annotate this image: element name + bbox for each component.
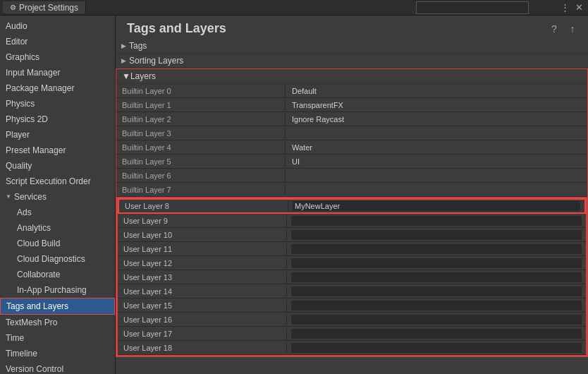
sidebar-item-collaborate[interactable]: Collaborate (0, 267, 115, 282)
user-layer-value-cell[interactable] (287, 243, 586, 255)
user-layer-value-cell[interactable] (287, 229, 586, 241)
main-layout: AudioEditorGraphicsInput ManagerPackage … (0, 16, 588, 374)
layer-name-cell: Builtin Layer 4 (116, 142, 286, 153)
sidebar-item-physics-2d[interactable]: Physics 2D (0, 111, 115, 127)
sidebar-item-services[interactable]: ▼Services (0, 189, 115, 205)
user-layer-input[interactable] (291, 315, 582, 325)
sidebar-label: Cloud Build (17, 237, 60, 250)
user-layer-input[interactable] (291, 272, 582, 282)
sorting-layers-section-row[interactable]: ▶ Sorting Layers (116, 54, 588, 68)
sidebar-item-editor[interactable]: Editor (0, 34, 115, 49)
sidebar-label: Time (6, 332, 24, 344)
sidebar-label: Graphics (6, 51, 39, 64)
sidebar-label: Player (6, 128, 30, 141)
user-layer-row: User Layer 16 (118, 313, 586, 327)
sidebar-label: Editor (6, 35, 27, 48)
user-layer-input[interactable] (293, 201, 580, 211)
layer-value-text: TransparentFX (290, 100, 345, 110)
sidebar-item-script-execution-order[interactable]: Script Execution Order (0, 174, 115, 189)
close-button[interactable]: ✕ (572, 1, 585, 14)
layer-value-cell: Ignore Raycast (286, 113, 587, 126)
user-layer-input[interactable] (291, 230, 582, 240)
project-settings-tab[interactable]: ⚙ Project Settings (3, 1, 86, 13)
user-layer-value-cell[interactable] (287, 271, 586, 284)
sidebar-item-player[interactable]: Player (0, 127, 115, 143)
sidebar-label: Tags and Layers (6, 300, 68, 313)
sidebar-item-cloud-build[interactable]: Cloud Build (0, 236, 115, 251)
sidebar-item-graphics[interactable]: Graphics (0, 49, 115, 65)
user-layer-row: User Layer 14 (118, 284, 586, 298)
sidebar-label: Physics (6, 97, 35, 110)
search-input[interactable] (416, 1, 529, 14)
sidebar-item-audio[interactable]: Audio (0, 18, 115, 34)
sidebar-item-textmesh-pro[interactable]: TextMesh Pro (0, 315, 115, 330)
sidebar-item-version-control[interactable]: Version Control (0, 361, 115, 374)
sidebar-item-quality[interactable]: Quality (0, 158, 115, 174)
user-layer-input[interactable] (291, 244, 582, 254)
help-icon[interactable]: ? (547, 22, 561, 36)
sidebar-item-timeline[interactable]: Timeline (0, 346, 115, 361)
user-layers-container: User Layer 8User Layer 9User Layer 10Use… (116, 197, 587, 356)
user-layer-name-cell: User Layer 16 (118, 314, 287, 325)
layers-header[interactable]: ▼ Layers (116, 69, 587, 84)
sidebar-item-physics[interactable]: Physics (0, 96, 115, 111)
user-layer-value-cell[interactable] (287, 299, 586, 312)
layer-value-text: Default (290, 86, 319, 96)
user-layer-name-cell: User Layer 9 (118, 215, 287, 227)
sidebar-label: Audio (6, 20, 27, 32)
user-layer-row: User Layer 9 (118, 214, 586, 228)
sidebar-item-tags-and-layers[interactable]: Tags and Layers (0, 298, 115, 315)
triangle-icon: ▼ (6, 191, 11, 203)
user-layer-input[interactable] (291, 286, 582, 296)
user-layer-input[interactable] (291, 216, 582, 226)
sidebar-label: Physics 2D (6, 113, 48, 126)
user-layer-name-cell: User Layer 17 (118, 328, 287, 339)
sidebar-label: Services (14, 191, 47, 203)
user-layer-value-cell[interactable] (287, 285, 586, 298)
user-layer-value-cell[interactable] (287, 342, 586, 354)
layer-value-cell: Default (286, 85, 587, 97)
layer-value-cell: UI (286, 155, 587, 168)
user-layer-value-cell[interactable] (287, 313, 586, 326)
user-layer-input[interactable] (291, 301, 582, 310)
sidebar-label: TextMesh Pro (6, 316, 57, 329)
builtin-layer-row: Builtin Layer 1TransparentFX (116, 98, 587, 112)
sidebar-item-analytics[interactable]: Analytics (0, 220, 115, 236)
user-layer-row: User Layer 17 (118, 327, 586, 341)
user-layer-value-cell[interactable] (288, 200, 584, 212)
content-header-icons: ? ↑ (547, 22, 580, 36)
layer-value-cell: TransparentFX (286, 99, 587, 111)
sidebar-item-package-manager[interactable]: Package Manager (0, 80, 115, 96)
layer-name-cell: Builtin Layer 0 (116, 85, 286, 97)
user-layer-row: User Layer 11 (118, 242, 586, 256)
tags-triangle: ▶ (121, 42, 126, 49)
sidebar-label: Quality (6, 159, 32, 172)
tags-section-row[interactable]: ▶ Tags (116, 39, 588, 54)
layer-name-cell: Builtin Layer 2 (116, 114, 286, 125)
sidebar-item-input-manager[interactable]: Input Manager (0, 65, 115, 80)
sidebar-item-time[interactable]: Time (0, 330, 115, 346)
pin-icon[interactable]: ↑ (565, 22, 580, 36)
user-layer-row: User Layer 12 (118, 256, 586, 270)
user-layer-value-cell[interactable] (287, 215, 586, 227)
builtin-layer-row: Builtin Layer 3 (116, 126, 587, 140)
sidebar-item-cloud-diagnostics[interactable]: Cloud Diagnostics (0, 251, 115, 267)
user-layer-name-cell: User Layer 14 (118, 286, 287, 297)
layer-name-cell: Builtin Layer 3 (116, 128, 286, 139)
sidebar-label: Cloud Diagnostics (17, 253, 85, 265)
sidebar-item-ads[interactable]: Ads (0, 205, 115, 220)
sidebar-item-preset-manager[interactable]: Preset Manager (0, 143, 115, 158)
panel-title: Tags and Layers (127, 21, 547, 36)
user-layer-value-cell[interactable] (287, 257, 586, 270)
sidebar-item-in-app-purchasing[interactable]: In-App Purchasing (0, 282, 115, 298)
sidebar-label: Package Manager (6, 82, 74, 95)
menu-button[interactable]: ⋮ (558, 1, 571, 14)
builtin-layer-row: Builtin Layer 4Water (116, 140, 587, 155)
user-layer-input[interactable] (291, 343, 582, 353)
user-layer-value-cell[interactable] (287, 327, 586, 340)
sidebar-label: Script Execution Order (6, 175, 91, 188)
user-layer-input[interactable] (291, 329, 582, 339)
layers-section: ▼ Layers Builtin Layer 0DefaultBuiltin L… (116, 68, 588, 357)
user-layer-input[interactable] (291, 258, 582, 268)
sidebar-label: Collaborate (17, 268, 60, 281)
